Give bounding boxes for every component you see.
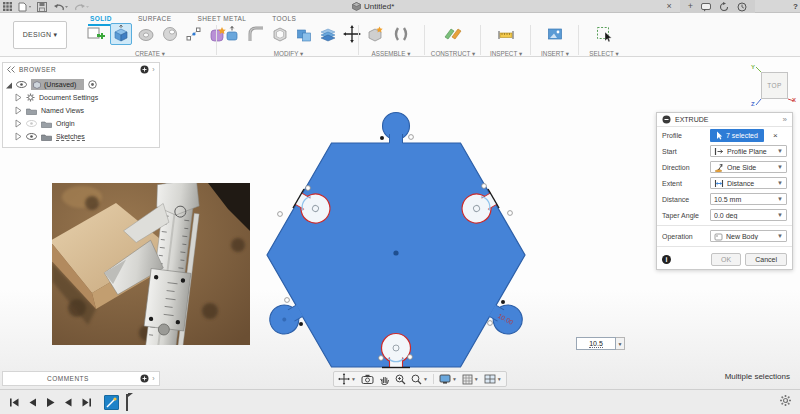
panel-chevron-icon[interactable]: ›	[152, 375, 155, 382]
folder-icon	[26, 107, 37, 115]
inspect-group-label[interactable]: INSPECT ▾	[486, 50, 526, 57]
collapsed-triangle-icon[interactable]	[15, 119, 22, 128]
select-group-label[interactable]: SELECT ▾	[584, 50, 624, 57]
distance-input[interactable]: 10.5 mm ▼	[710, 193, 787, 205]
joint-icon[interactable]	[390, 23, 412, 45]
extent-dropdown[interactable]: Distance ▼	[710, 177, 787, 189]
save-icon[interactable]	[37, 2, 47, 12]
sweep-icon[interactable]	[160, 23, 180, 45]
operation-dropdown[interactable]: New Body ▼	[710, 230, 787, 242]
browser-item-document-settings[interactable]: Document Settings	[15, 91, 159, 104]
collapsed-triangle-icon[interactable]	[15, 93, 22, 102]
create-sketch-icon[interactable]	[86, 23, 106, 45]
offset-face-icon[interactable]	[318, 23, 338, 45]
modify-group-label[interactable]: MODIFY ▾	[222, 50, 355, 57]
two-point-icon[interactable]	[184, 23, 204, 45]
fillet-icon[interactable]	[246, 23, 266, 45]
profile-row: Profile 7 selected ×	[657, 127, 792, 143]
pan-orbit-icon[interactable]: ▼	[338, 373, 356, 385]
cancel-button[interactable]: Cancel	[745, 253, 787, 266]
inspect-group: INSPECT ▾	[486, 23, 526, 57]
insert-image-icon[interactable]	[544, 23, 566, 45]
folder-icon	[41, 133, 52, 141]
select-group: SELECT ▾	[584, 23, 624, 57]
comments-header[interactable]: COMMENTS ›	[3, 372, 159, 385]
expand-triangle-icon[interactable]	[5, 81, 12, 89]
new-tab-icon[interactable]: +	[688, 0, 693, 13]
construct-plane-icon[interactable]	[442, 23, 464, 45]
viewports-icon[interactable]: ▼	[484, 374, 502, 384]
construct-group-label[interactable]: CONSTRUCT ▾	[430, 50, 476, 57]
extrude-icon[interactable]	[110, 23, 132, 45]
ok-button[interactable]: OK	[711, 253, 741, 266]
pan-hand-icon[interactable]	[379, 374, 390, 385]
taper-angle-input[interactable]: 0.0 deg ▼	[710, 209, 787, 221]
press-pull-icon[interactable]	[222, 23, 242, 45]
zoom-window-icon[interactable]: ▼	[411, 374, 428, 385]
grid-snap-icon[interactable]: ▼	[462, 374, 479, 385]
step-back-icon[interactable]	[26, 396, 39, 409]
shell-icon[interactable]	[270, 23, 290, 45]
browser-item-named-views[interactable]: Named Views	[15, 104, 159, 117]
play-icon[interactable]	[44, 396, 57, 409]
panel-chevron-icon[interactable]: ›	[152, 66, 155, 73]
file-menu-icon[interactable]	[18, 2, 31, 12]
display-settings-icon[interactable]: ▼	[439, 374, 457, 384]
collapse-arrows-icon[interactable]	[7, 66, 15, 73]
dimension-dropdown-icon[interactable]: ▼	[616, 337, 625, 350]
root-document-label[interactable]: (Unsaved)	[31, 79, 84, 90]
timeline-sketch-feature[interactable]	[104, 395, 119, 410]
panel-options-icon[interactable]	[140, 65, 149, 74]
selection-status: Multiple selections	[725, 372, 790, 381]
viewcube[interactable]: TOP Y X Z	[748, 67, 796, 111]
insert-group-label[interactable]: INSERT ▾	[536, 50, 574, 57]
axis-z-label: Z	[751, 101, 755, 107]
activate-radio-icon[interactable]	[88, 80, 97, 89]
revolve-icon[interactable]	[136, 23, 156, 45]
app-grid-icon[interactable]	[3, 2, 12, 11]
step-forward-icon[interactable]	[62, 396, 75, 409]
redo-icon[interactable]	[74, 2, 89, 12]
start-dropdown[interactable]: Profile Plane ▼	[710, 145, 787, 157]
new-body-icon	[714, 232, 723, 241]
dimension-value-input[interactable]: 10.5	[576, 337, 616, 350]
timeline-settings-gear-icon[interactable]	[779, 393, 792, 411]
viewport-canvas[interactable]: 10.00	[0, 57, 800, 389]
collapsed-triangle-icon[interactable]	[15, 132, 22, 141]
timeline-playhead[interactable]	[126, 394, 128, 411]
create-group-label[interactable]: CREATE ▾	[86, 50, 214, 57]
eye-icon[interactable]	[16, 81, 27, 88]
timeline-bar	[0, 389, 800, 414]
measure-icon[interactable]	[495, 23, 517, 45]
browser-header[interactable]: BROWSER ›	[3, 63, 159, 76]
undo-icon[interactable]	[53, 2, 68, 12]
move-icon[interactable]	[342, 23, 362, 45]
go-to-end-icon[interactable]	[80, 396, 93, 409]
zoom-fit-icon[interactable]	[395, 374, 406, 385]
close-tab-icon[interactable]: ×	[667, 0, 672, 13]
browser-item-origin[interactable]: Origin	[15, 117, 159, 130]
assemble-group-label[interactable]: ASSEMBLE ▾	[364, 50, 418, 57]
taper-row: Taper Angle 0.0 deg ▼	[657, 207, 792, 223]
gear-icon	[26, 93, 35, 102]
browser-item-sketches[interactable]: Sketches	[15, 130, 159, 143]
clear-selection-button[interactable]: ×	[769, 129, 782, 142]
direction-dropdown[interactable]: One Side ▼	[710, 161, 787, 173]
extrude-dialog-header[interactable]: EXTRUDE »	[657, 113, 792, 127]
profile-selection-button[interactable]: 7 selected	[710, 129, 764, 142]
look-at-icon[interactable]	[361, 374, 374, 384]
panel-options-icon[interactable]	[140, 374, 149, 383]
new-component-icon[interactable]	[364, 23, 386, 45]
combine-icon[interactable]	[294, 23, 314, 45]
info-icon[interactable]: i	[662, 255, 671, 264]
eye-hidden-icon[interactable]	[26, 120, 37, 127]
workspace-selector[interactable]: DESIGN ▾	[13, 21, 67, 49]
browser-root-row[interactable]: (Unsaved)	[5, 78, 159, 91]
eye-icon[interactable]	[26, 133, 37, 140]
help-icon[interactable]: ?	[793, 2, 798, 11]
dialog-pin-icon[interactable]: »	[783, 115, 787, 124]
select-icon[interactable]	[593, 23, 615, 45]
collapsed-triangle-icon[interactable]	[15, 106, 22, 115]
go-to-start-icon[interactable]	[8, 396, 21, 409]
tab-top[interactable]	[383, 113, 410, 145]
